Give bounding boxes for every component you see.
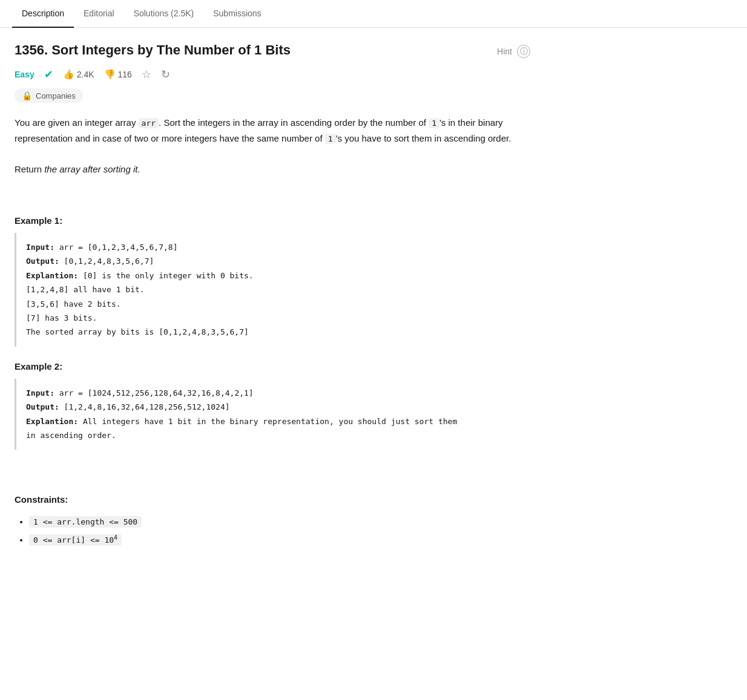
lock-icon: 🔒 <box>22 91 32 100</box>
example1-output-label: Output: <box>26 257 59 266</box>
companies-tag[interactable]: 🔒 Companies <box>15 88 83 103</box>
example2-expl-label: Explantion: <box>26 417 78 426</box>
example1-expl-line1: [0] is the only integer with 0 bits. <box>78 271 254 280</box>
example2-output-label: Output: <box>26 402 59 411</box>
constraint-code-0: 1 <= arr.length <= 500 <box>29 516 142 528</box>
hint-area: Hint ⓘ <box>497 42 530 58</box>
desc-p2: . Sort the integers in the array in asce… <box>159 117 429 128</box>
hint-icon[interactable]: ⓘ <box>517 45 530 58</box>
constraints-list: 1 <= arr.length <= 500 0 <= arr[i] <= 10… <box>15 513 530 549</box>
example2-input-label: Input: <box>26 388 54 397</box>
example1-output-value: [0,1,2,4,8,3,5,6,7] <box>59 257 154 266</box>
example2-input-value: arr = [1024,512,256,128,64,32,16,8,4,2,1… <box>54 388 254 397</box>
example1-expl-line3: [3,5,6] have 2 bits. <box>26 297 521 311</box>
example1-input-value: arr = [0,1,2,3,4,5,6,7,8] <box>54 243 178 252</box>
return-text: Return <box>15 164 44 174</box>
meta-row: Easy ✔ 👍 2.4K 👎 116 ☆ ↻ <box>15 68 530 81</box>
constraint-sup-1: 4 <box>114 534 117 541</box>
desc-one-code: 1 <box>429 118 439 128</box>
dislikes-stat: 👎 116 <box>104 69 132 80</box>
thumbs-up-icon: 👍 <box>63 69 74 80</box>
desc-one2-code: 1 <box>325 134 336 144</box>
share-icon[interactable]: ↻ <box>161 68 170 81</box>
tab-submissions[interactable]: Submissions <box>203 0 271 28</box>
tab-description[interactable]: Description <box>12 0 74 28</box>
tabs-nav: Description Editorial Solutions (2.5K) S… <box>0 0 747 28</box>
constraint-item-0: 1 <= arr.length <= 500 <box>29 513 530 531</box>
companies-label: Companies <box>36 91 76 100</box>
example1-expl-label: Explantion: <box>26 271 78 280</box>
example2-expl-line: Explantion: All integers have 1 bit in t… <box>26 414 521 428</box>
example1-block: Input: arr = [0,1,2,3,4,5,6,7,8] Output:… <box>15 233 530 347</box>
example1-output-line: Output: [0,1,2,4,8,3,5,6,7] <box>26 254 521 268</box>
tab-solutions[interactable]: Solutions (2.5K) <box>124 0 204 28</box>
example1-expl-line: Explantion: [0] is the only integer with… <box>26 269 521 283</box>
dislikes-count: 116 <box>118 70 132 79</box>
example2-expl-line1: All integers have 1 bit in the binary re… <box>78 417 457 426</box>
desc-p4: 's you have to sort them in ascending or… <box>336 133 512 143</box>
constraint-item-1: 0 <= arr[i] <= 104 <box>29 531 530 549</box>
likes-stat: 👍 2.4K <box>63 69 94 80</box>
example1-input-label: Input: <box>26 243 54 252</box>
star-icon[interactable]: ☆ <box>142 68 151 81</box>
desc-p1: You are given an integer array <box>15 117 139 128</box>
example1-expl-line2: [1,2,4,8] all have 1 bit. <box>26 283 521 296</box>
example1-input-line: Input: arr = [0,1,2,3,4,5,6,7,8] <box>26 240 521 254</box>
thumbs-down-icon: 👎 <box>104 69 116 80</box>
likes-count: 2.4K <box>77 70 94 79</box>
problem-title: 1356. Sort Integers by The Number of 1 B… <box>15 42 291 58</box>
example2-block: Input: arr = [1024,512,256,128,64,32,16,… <box>15 379 530 450</box>
difficulty-badge: Easy <box>15 70 35 79</box>
constraint-code-1: 0 <= arr[i] <= 104 <box>29 534 122 546</box>
desc-arr-code: arr <box>139 118 159 128</box>
main-content: 1356. Sort Integers by The Number of 1 B… <box>0 28 545 573</box>
example1-expl-line4: [7] has 3 bits. <box>26 311 521 325</box>
constraints-title: Constraints: <box>15 494 530 505</box>
example2-output-value: [1,2,4,8,16,32,64,128,256,512,1024] <box>59 402 230 411</box>
example2-output-line: Output: [1,2,4,8,16,32,64,128,256,512,10… <box>26 400 521 414</box>
solved-check-icon: ✔ <box>44 68 53 81</box>
title-row: 1356. Sort Integers by The Number of 1 B… <box>15 42 530 58</box>
problem-description: You are given an integer array arr. Sort… <box>15 115 530 177</box>
example2-expl-line2: in ascending order. <box>26 428 521 442</box>
example2-title: Example 2: <box>15 361 530 371</box>
example1-expl-line5: The sorted array by bits is [0,1,2,4,8,3… <box>26 325 521 339</box>
example1-title: Example 1: <box>15 215 530 226</box>
hint-label[interactable]: Hint <box>497 47 512 56</box>
example2-input-line: Input: arr = [1024,512,256,128,64,32,16,… <box>26 386 521 400</box>
return-italic: the array after sorting it. <box>44 164 140 174</box>
tab-editorial[interactable]: Editorial <box>74 0 124 28</box>
